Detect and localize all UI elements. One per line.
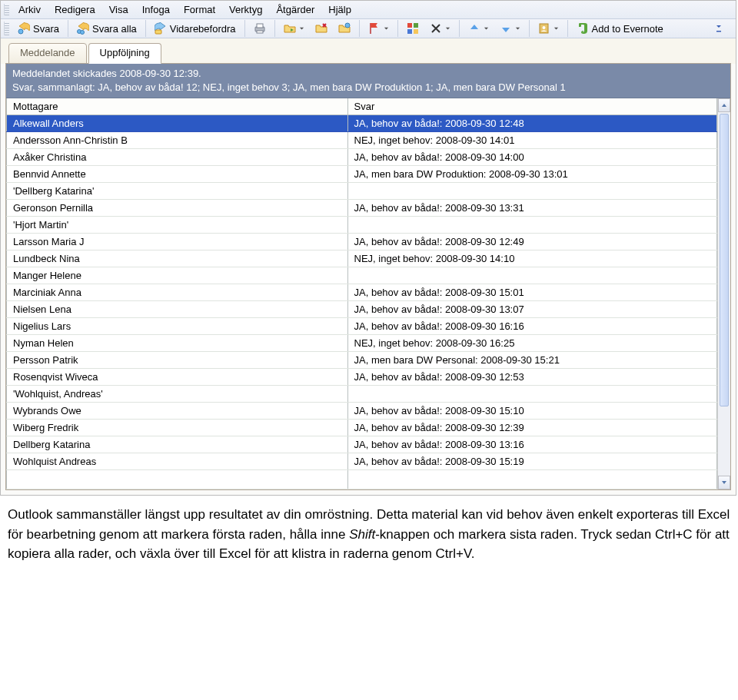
forward-icon [155, 22, 167, 35]
add-to-evernote-button[interactable]: Add to Evernote [573, 20, 667, 37]
table-row[interactable]: 'Dellberg Katarina' [7, 183, 717, 200]
svg-point-13 [542, 26, 545, 29]
menu-atgarder[interactable]: Åtgärder [270, 2, 321, 17]
chevron-down-icon [445, 26, 450, 32]
delete-message-button[interactable] [311, 20, 331, 37]
reply-all-button[interactable]: Svara alla [73, 20, 141, 37]
svg-rect-3 [155, 30, 161, 34]
menu-infoga[interactable]: Infoga [136, 2, 176, 17]
next-item-button[interactable] [496, 20, 524, 37]
table-row[interactable]: Geronson PernillaJA, behov av båda!: 200… [7, 200, 717, 217]
table-row[interactable]: Wiberg FredrikJA, behov av båda!: 2008-0… [7, 420, 717, 436]
table-row[interactable]: Alkewall AndersJA, behov av båda!: 2008-… [7, 115, 717, 132]
scroll-up-button[interactable] [718, 98, 730, 112]
rules-button[interactable] [334, 20, 354, 37]
banner-line2: Svar, sammanlagt: JA, behov av båda! 12;… [12, 81, 724, 95]
tab-meddelande[interactable]: Meddelande [8, 43, 87, 64]
reply-all-label: Svara alla [92, 23, 137, 35]
close-icon [430, 22, 442, 35]
cell-answer: JA, behov av båda!: 2008-09-30 12:48 [347, 115, 716, 132]
table-row[interactable]: Nyman HelenNEJ, inget behov: 2008-09-30 … [7, 335, 717, 352]
menubar: Arkiv Redigera Visa Infoga Format Verkty… [1, 1, 736, 19]
table-row[interactable]: Wohlquist AndreasJA, behov av båda!: 200… [7, 453, 717, 470]
cell-recipient: Alkewall Anders [7, 115, 348, 132]
table-row[interactable]: Marciniak AnnaJA, behov av båda!: 2008-0… [7, 284, 717, 301]
chevron-down-icon [299, 26, 304, 32]
cell-recipient: Axåker Christina [7, 149, 348, 166]
previous-item-button[interactable] [464, 20, 493, 37]
scroll-thumb[interactable] [720, 114, 729, 406]
categorize-icon [407, 22, 419, 35]
flag-button[interactable] [364, 20, 393, 37]
svg-rect-8 [407, 23, 412, 28]
scroll-down-button[interactable] [718, 476, 730, 489]
cell-answer: JA, behov av båda!: 2008-09-30 12:49 [347, 234, 716, 250]
table-row[interactable]: Lundbeck NinaNEJ, inget behov: 2008-09-3… [7, 250, 717, 267]
col-header-recipient[interactable]: Mottagare [7, 98, 348, 115]
cell-recipient: 'Dellberg Katarina' [7, 183, 348, 200]
svg-rect-14 [716, 31, 721, 32]
separator [397, 20, 398, 37]
vertical-scrollbar[interactable] [717, 98, 730, 489]
cell-answer: JA, men bara DW Produktion: 2008-09-30 1… [347, 166, 716, 183]
cell-answer: NEJ, inget behov: 2008-09-30 16:25 [347, 335, 716, 352]
menu-arkiv[interactable]: Arkiv [12, 2, 47, 17]
toolbar: Svara Svara alla Vidarebefordra [1, 19, 736, 38]
table-row-blank [7, 470, 717, 489]
table-row[interactable]: Nielsen LenaJA, behov av båda!: 2008-09-… [7, 301, 717, 318]
toolbar-grip[interactable] [4, 4, 9, 15]
toolbar-grip[interactable] [4, 22, 9, 35]
cell-answer: JA, behov av båda!: 2008-09-30 15:10 [347, 403, 716, 420]
reply-icon [18, 22, 30, 35]
forward-button[interactable]: Vidarebefordra [151, 20, 240, 37]
menu-visa[interactable]: Visa [103, 2, 135, 17]
table-row[interactable]: Manger Helene [7, 267, 717, 284]
cell-answer [347, 386, 716, 403]
table-row[interactable]: Andersson Ann-Christin BNEJ, inget behov… [7, 132, 717, 149]
menu-redigera[interactable]: Redigera [48, 2, 101, 17]
responses-table: Mottagare Svar Alkewall AndersJA, behov … [6, 98, 717, 489]
menu-format[interactable]: Format [178, 2, 221, 17]
tab-uppfoljning[interactable]: Uppföljning [88, 43, 161, 64]
menu-hjalp[interactable]: Hjälp [322, 2, 357, 17]
table-row[interactable]: Axåker ChristinaJA, behov av båda!: 2008… [7, 149, 717, 166]
cell-recipient: Nyman Helen [7, 335, 348, 352]
print-button[interactable] [250, 20, 270, 37]
toolbar-overflow-button[interactable] [711, 21, 733, 36]
categorize-button[interactable] [403, 20, 423, 37]
address-book-icon [538, 22, 550, 35]
svg-rect-11 [414, 29, 418, 34]
col-header-answer[interactable]: Svar [347, 98, 716, 115]
cell-answer [347, 217, 716, 234]
table-row[interactable]: 'Hjort Martin' [7, 217, 717, 234]
cell-recipient: Persson Patrik [7, 352, 348, 369]
table-row[interactable]: 'Wohlquist, Andreas' [7, 386, 717, 403]
separator [459, 20, 460, 37]
svg-rect-10 [407, 29, 412, 34]
table-header-row: Mottagare Svar [7, 98, 717, 115]
scroll-track[interactable] [718, 112, 730, 476]
folder-move-icon [284, 22, 296, 35]
cell-answer: JA, behov av båda!: 2008-09-30 15:19 [347, 453, 716, 470]
chevron-down-icon [515, 26, 520, 32]
rules-icon [338, 22, 351, 35]
junk-button[interactable] [426, 20, 454, 37]
table-row[interactable]: Dellberg KatarinaJA, behov av båda!: 200… [7, 436, 717, 453]
separator [529, 20, 530, 37]
table-row[interactable]: Persson PatrikJA, men bara DW Personal: … [7, 352, 717, 369]
cell-recipient: Larsson Maria J [7, 234, 348, 250]
table-row[interactable]: Rosenqvist WivecaJA, behov av båda!: 200… [7, 369, 717, 386]
menu-verktyg[interactable]: Verktyg [223, 2, 268, 17]
find-button[interactable] [534, 20, 563, 37]
table-row[interactable]: Larsson Maria JJA, behov av båda!: 2008-… [7, 234, 717, 250]
table-row[interactable]: Wybrands OweJA, behov av båda!: 2008-09-… [7, 403, 717, 420]
table-row[interactable]: Nigelius LarsJA, behov av båda!: 2008-09… [7, 318, 717, 335]
shift-key-text: Shift [349, 527, 375, 542]
move-to-folder-button[interactable] [280, 20, 308, 37]
chevron-down-icon [384, 26, 389, 32]
reply-button[interactable]: Svara [14, 20, 63, 37]
cell-answer: JA, men bara DW Personal: 2008-09-30 15:… [347, 352, 716, 369]
cell-answer: NEJ, inget behov: 2008-09-30 14:10 [347, 250, 716, 267]
table-row[interactable]: Bennvid AnnetteJA, men bara DW Produktio… [7, 166, 717, 183]
cell-answer: JA, behov av båda!: 2008-09-30 12:39 [347, 420, 716, 436]
